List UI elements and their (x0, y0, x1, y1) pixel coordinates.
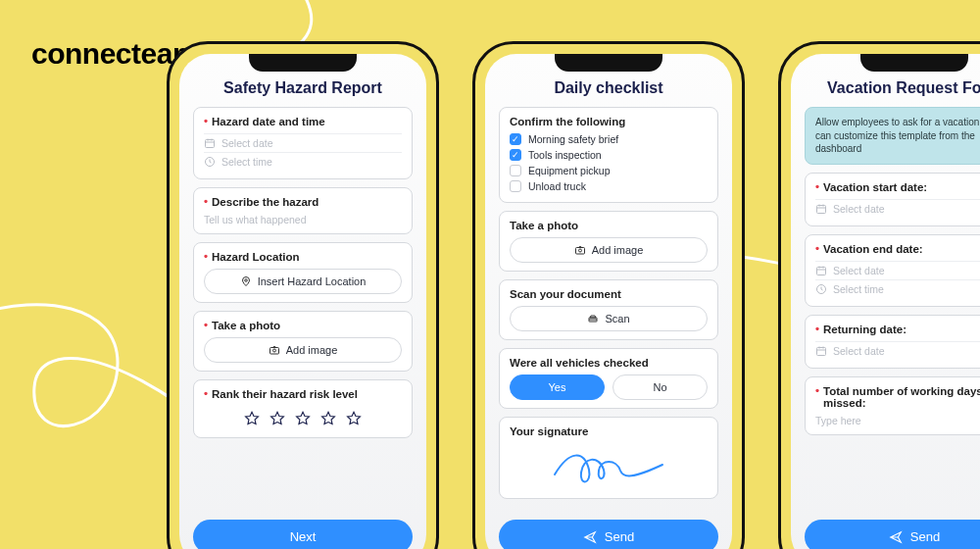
screen-safety: Safety Hazard Report •Hazard date and ti… (179, 54, 426, 549)
date-input[interactable]: Select date (815, 261, 980, 279)
no-button[interactable]: No (612, 374, 708, 400)
phone-vacation: Vacation Request Form Allow employees to… (778, 41, 980, 549)
checkbox-icon: ✓ (510, 149, 521, 161)
send-button[interactable]: Send (499, 520, 718, 549)
next-button[interactable]: Next (193, 520, 413, 549)
label-location: Hazard Location (212, 251, 299, 263)
star-icon[interactable] (269, 410, 286, 427)
phone-safety: Safety Hazard Report •Hazard date and ti… (167, 41, 439, 549)
field-start-date[interactable]: •Vacation start date: Select date (805, 173, 980, 226)
field-take-photo: •Take a photo Add image (193, 311, 413, 372)
time-input[interactable]: Select time (204, 152, 402, 171)
calendar-icon (815, 345, 827, 357)
label-vehicles: Were all vehicles checked (510, 357, 649, 369)
label-photo: Take a photo (510, 220, 578, 231)
svg-rect-8 (817, 205, 826, 213)
field-take-photo: Take a photo Add image (499, 211, 718, 272)
label-returning: Returning date: (823, 324, 906, 335)
date-input[interactable]: Select date (204, 133, 402, 152)
label-confirm: Confirm the following (510, 116, 625, 127)
page-title: Vacation Request Form (805, 79, 980, 97)
field-rank-risk: •Rank their hazard risk level (193, 379, 413, 438)
checkbox-icon (510, 165, 521, 176)
checkbox-icon: ✓ (510, 133, 521, 145)
field-confirm: Confirm the following ✓Morning safety br… (499, 107, 718, 203)
send-button[interactable]: Send (805, 520, 980, 549)
screen-checklist: Daily checklist Confirm the following ✓M… (485, 54, 732, 549)
page-title: Safety Hazard Report (193, 79, 413, 97)
signature-pad[interactable] (510, 443, 708, 490)
add-image-button[interactable]: Add image (510, 237, 708, 263)
date-input[interactable]: Select date (815, 341, 980, 360)
days-placeholder: Type here (815, 415, 980, 426)
info-banner: Allow employees to ask for a vacation. Y… (805, 107, 980, 165)
field-scan-document: Scan your document Scan (499, 279, 718, 340)
checkbox-row[interactable]: Unload truck (510, 178, 708, 194)
label-rank: Rank their hazard risk level (212, 388, 358, 400)
svg-rect-11 (817, 347, 826, 355)
describe-placeholder: Tell us what happened (204, 214, 402, 225)
camera-icon (574, 244, 586, 256)
screen-vacation: Vacation Request Form Allow employees to… (791, 54, 980, 549)
send-icon (583, 530, 597, 544)
phone-checklist: Daily checklist Confirm the following ✓M… (472, 41, 745, 549)
location-input[interactable]: Insert Hazard Location (204, 269, 402, 294)
calendar-icon (815, 265, 827, 276)
label-describe: Describe the hazard (212, 196, 318, 208)
yes-button[interactable]: Yes (510, 374, 605, 400)
star-icon[interactable] (243, 410, 261, 427)
clock-icon (204, 156, 216, 168)
clock-icon (815, 283, 827, 295)
label-scan: Scan your document (510, 288, 621, 300)
signature-icon (550, 445, 667, 488)
checkbox-row[interactable]: ✓Tools inspection (510, 147, 708, 163)
field-days-missed[interactable]: •Total number of working days missed: Ty… (805, 376, 980, 435)
label-start: Vacation start date: (823, 181, 927, 193)
label-end: Vacation end date: (823, 243, 923, 255)
scan-button[interactable]: Scan (510, 306, 708, 331)
svg-rect-3 (270, 348, 278, 355)
field-hazard-location[interactable]: •Hazard Location Insert Hazard Location (193, 242, 413, 303)
field-hazard-datetime[interactable]: •Hazard date and time Select date Select… (193, 107, 413, 179)
checkbox-row[interactable]: Equipment pickup (510, 163, 708, 178)
pin-icon (240, 275, 252, 287)
star-icon[interactable] (294, 410, 312, 427)
field-signature[interactable]: Your signature (499, 417, 718, 499)
page-title: Daily checklist (499, 79, 718, 97)
add-image-button[interactable]: Add image (204, 337, 402, 363)
camera-icon (269, 344, 280, 356)
field-describe-hazard[interactable]: •Describe the hazard Tell us what happen… (193, 187, 413, 234)
svg-rect-0 (206, 140, 215, 148)
svg-rect-9 (817, 267, 826, 274)
checkbox-row[interactable]: ✓Morning safety brief (510, 131, 708, 147)
date-input[interactable]: Select date (815, 199, 980, 218)
scan-icon (587, 313, 599, 324)
calendar-icon (815, 203, 827, 215)
calendar-icon (204, 137, 216, 149)
send-icon (889, 530, 903, 544)
svg-rect-5 (575, 248, 584, 255)
label-photo: Take a photo (212, 320, 280, 331)
svg-point-2 (244, 279, 247, 282)
star-icon[interactable] (319, 410, 337, 427)
checkbox-icon (510, 180, 521, 192)
time-input[interactable]: Select time (815, 279, 980, 298)
svg-point-6 (578, 249, 581, 252)
phone-row: Safety Hazard Report •Hazard date and ti… (167, 41, 980, 549)
field-vehicles-checked: Were all vehicles checked Yes No (499, 348, 718, 409)
field-returning-date[interactable]: •Returning date: Select date (805, 315, 980, 369)
label-days: Total number of working days missed: (823, 385, 980, 409)
star-icon[interactable] (345, 410, 363, 427)
field-end-date[interactable]: •Vacation end date: Select date Select t… (805, 234, 980, 307)
star-rating[interactable] (204, 406, 402, 429)
svg-point-4 (272, 349, 275, 352)
label-signature: Your signature (510, 425, 588, 437)
label-hazard-datetime: Hazard date and time (212, 116, 325, 127)
